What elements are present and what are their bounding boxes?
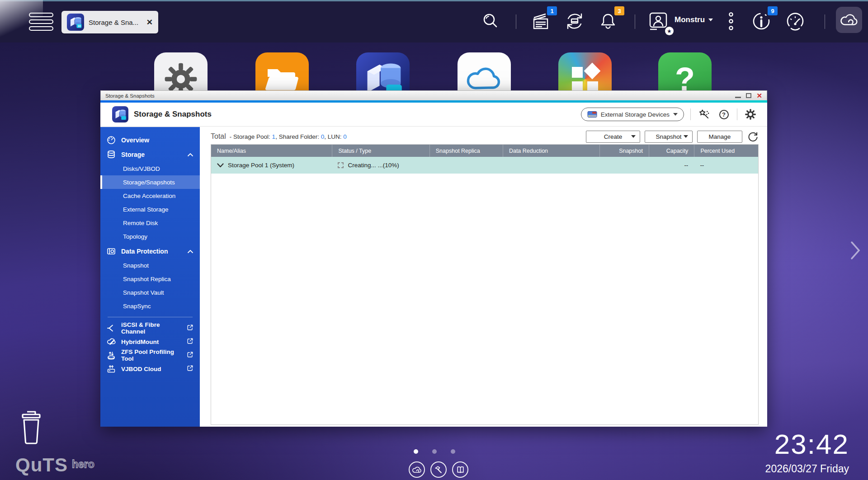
maximize-button[interactable] xyxy=(746,93,751,98)
create-button[interactable]: Create xyxy=(586,131,640,143)
column-header-capacity[interactable]: Capacity xyxy=(649,145,694,157)
cloud-app-icon xyxy=(465,65,504,93)
data-protection-icon xyxy=(107,247,116,256)
info-badge: 9 xyxy=(768,6,778,15)
taskbar-divider xyxy=(635,14,635,29)
sidebar-group-data-protection[interactable]: Data Protection xyxy=(100,244,200,259)
recommendation-wizard-button[interactable] xyxy=(697,108,711,121)
tab-label: Storage & Sna... xyxy=(89,19,138,26)
trash-icon xyxy=(17,408,45,445)
storage-snapshots-app-icon: 10 xyxy=(67,14,84,31)
expand-chevron-icon[interactable] xyxy=(217,163,224,168)
close-button[interactable]: ✕ xyxy=(756,92,762,99)
help-button[interactable]: ? xyxy=(717,108,731,121)
storage-snapshots-window: Storage & Snapshots ✕ Storage & Snapshot xyxy=(100,90,767,427)
snapshot-button[interactable]: Snapshot xyxy=(645,131,693,143)
sidebar-item-disks-vjbod[interactable]: Disks/VJBOD xyxy=(100,162,200,175)
column-header-name-alias[interactable]: Name/Alias xyxy=(211,145,332,157)
utilities-link-button[interactable] xyxy=(430,461,447,478)
quick-links xyxy=(409,461,468,478)
tasks-badge: 1 xyxy=(547,6,557,15)
background-tasks-button[interactable]: 1 xyxy=(528,8,553,34)
quts-hero-logo: QuTS hero xyxy=(15,456,94,475)
column-header-snapshot-replica[interactable]: Snapshot Replica xyxy=(429,145,503,157)
manage-button[interactable]: Manage xyxy=(697,131,742,143)
minimize-button[interactable] xyxy=(735,97,741,98)
cell-percent-used: -- xyxy=(694,157,758,174)
table-row-storage-pool-1[interactable]: Storage Pool 1 (System) Creating... ...(… xyxy=(211,157,758,174)
sidebar-item-snapshot-vault[interactable]: Snapshot Vault xyxy=(100,286,200,299)
dashboard-icon xyxy=(785,11,805,31)
refresh-button[interactable] xyxy=(747,131,759,142)
sidebar-item-storage-snapshots[interactable]: Storage/Snapshots xyxy=(100,175,200,189)
vertical-dots-icon xyxy=(728,12,734,31)
sidebar-link-vjbod-cloud[interactable]: VJBOD Cloud xyxy=(100,362,200,376)
myqnapcloud-link-button[interactable] xyxy=(409,461,425,478)
more-options-button[interactable] xyxy=(718,8,744,34)
tab-close-icon[interactable]: ✕ xyxy=(146,18,153,27)
total-label: Total xyxy=(211,132,226,141)
toolbar: Total - Storage Pool: 1, Shared Folder: … xyxy=(211,130,759,143)
sidebar-item-topology[interactable]: Topology xyxy=(100,230,200,243)
page-title: Storage & Snapshots xyxy=(134,110,212,119)
cloud-icon xyxy=(840,13,859,27)
sidebar-item-cache-acceleration[interactable]: Cache Acceleration xyxy=(100,189,200,202)
desktop-screen: 10 Storage & Sna... ✕ 1 xyxy=(0,0,868,480)
sidebar-item-remote-disk[interactable]: Remote Disk xyxy=(100,216,200,230)
global-search-button[interactable] xyxy=(478,8,503,34)
sidebar-divider xyxy=(108,317,193,317)
sidebar-item-snapshot[interactable]: Snapshot xyxy=(100,259,200,272)
resource-monitor-button[interactable] xyxy=(783,8,808,34)
page-dot-1[interactable] xyxy=(414,449,418,454)
cell-snapshot-replica xyxy=(429,157,503,174)
tutorials-link-button[interactable] xyxy=(452,461,468,478)
column-header-snapshot[interactable]: Snapshot xyxy=(599,145,649,157)
main-menu-button[interactable] xyxy=(29,13,54,31)
external-storage-devices-dropdown[interactable]: External Storage Devices xyxy=(581,108,684,121)
notifications-badge: 3 xyxy=(614,6,624,15)
chevron-down-icon xyxy=(708,19,713,21)
column-header-data-reduction[interactable]: Data Reduction xyxy=(503,145,599,157)
search-icon xyxy=(481,12,500,30)
overview-gauge-icon xyxy=(107,136,116,145)
desktop-next-page-button[interactable] xyxy=(849,240,862,263)
system-info-button[interactable]: 9 xyxy=(749,8,774,34)
sidebar-item-snapsync[interactable]: SnapSync xyxy=(100,299,200,313)
iscsi-icon xyxy=(107,324,116,333)
hamburger-icon xyxy=(29,13,53,17)
taskbar-tab-storage-snapshots[interactable]: 10 Storage & Sna... ✕ xyxy=(61,11,158,33)
myqnapcloud-button[interactable] xyxy=(836,7,862,33)
sidebar-link-hybridmount[interactable]: HybridMount xyxy=(100,335,200,348)
drive-icon xyxy=(587,111,597,118)
cell-capacity: -- xyxy=(649,157,694,174)
sidebar-item-snapshot-replica[interactable]: Snapshot Replica xyxy=(100,272,200,286)
hammer-icon xyxy=(434,465,443,474)
chevron-down-icon xyxy=(684,135,688,138)
chevron-down-icon xyxy=(673,113,678,116)
page-dot-2[interactable] xyxy=(432,449,437,454)
sidebar-link-iscsi-fibre-channel[interactable]: iSCSI & Fibre Channel xyxy=(100,321,200,335)
sidebar-item-external-storage[interactable]: External Storage xyxy=(100,202,200,216)
recycle-bin[interactable] xyxy=(17,408,45,447)
window-titlebar[interactable]: Storage & Snapshots ✕ xyxy=(100,90,767,100)
help-icon: ? xyxy=(719,110,729,119)
page-dot-3[interactable] xyxy=(451,449,455,454)
column-header-percent-used[interactable]: Percent Used xyxy=(694,145,758,157)
user-menu-button[interactable]: ★ xyxy=(646,8,671,34)
settings-button[interactable] xyxy=(744,108,757,121)
chevron-up-icon xyxy=(187,248,193,255)
lun-count: 0 xyxy=(343,133,347,140)
zfs-pool-icon xyxy=(107,351,116,360)
column-header-status-type[interactable]: Status / Type xyxy=(332,145,429,157)
notifications-button[interactable]: 3 xyxy=(595,8,621,34)
user-name[interactable]: Monstru xyxy=(675,15,713,24)
sidebar-link-zfs-pool-profiling-tool[interactable]: ZFS Pool Profiling Tool xyxy=(100,348,200,362)
sidebar-group-storage[interactable]: Storage xyxy=(100,147,200,162)
sidebar-item-overview[interactable]: Overview xyxy=(100,133,200,147)
sync-backup-button[interactable] xyxy=(562,8,587,34)
magic-wand-icon xyxy=(698,109,710,120)
user-star-badge: ★ xyxy=(665,27,674,35)
external-link-icon xyxy=(187,338,193,346)
refresh-icon xyxy=(748,132,758,142)
cell-snapshot xyxy=(599,157,649,174)
